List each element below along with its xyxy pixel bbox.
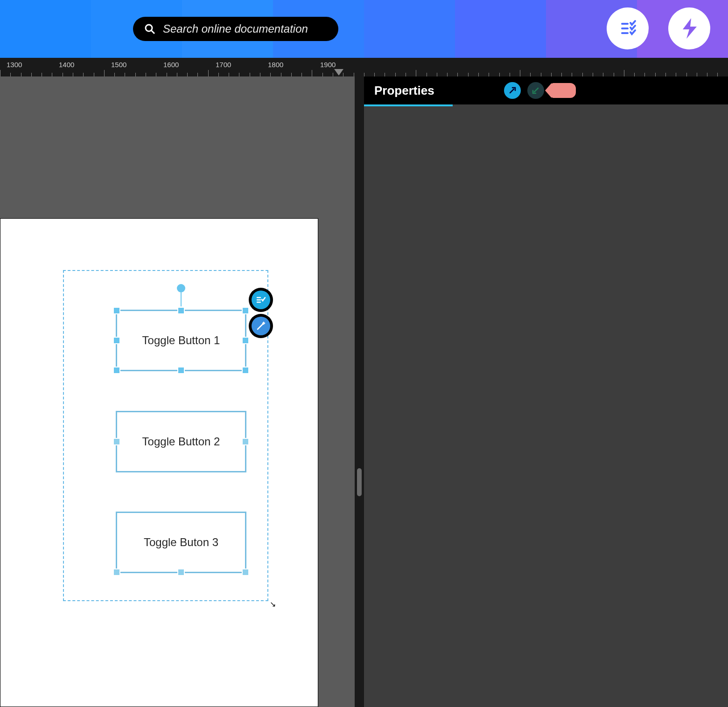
search-input[interactable]	[163, 22, 327, 35]
ruler-mark: 1800	[268, 61, 283, 69]
ruler-indicator-icon	[334, 69, 343, 76]
resize-handle[interactable]	[113, 438, 120, 445]
ruler-mark: 1500	[111, 61, 126, 69]
resize-handle[interactable]	[242, 367, 249, 374]
top-toolbar	[0, 0, 728, 58]
rotation-handle[interactable]	[181, 292, 182, 306]
vertical-scrollbar[interactable]	[355, 76, 364, 707]
ruler-mark: 1400	[59, 61, 74, 69]
canvas-viewport[interactable]: ↘ Toggle Button 1	[0, 76, 355, 707]
lightning-icon	[677, 16, 701, 41]
horizontal-ruler: 1300 1400 1500 1600 1700 1800 1900	[0, 58, 728, 76]
object-magic-button[interactable]	[249, 314, 273, 338]
list-check-icon	[256, 295, 266, 305]
ruler-mark: 1600	[163, 61, 179, 69]
svg-line-13	[534, 88, 538, 92]
svg-marker-5	[683, 18, 697, 39]
main-area: ↘ Toggle Button 1	[0, 76, 728, 707]
ruler-mark: 1700	[216, 61, 231, 69]
ruler-mark: 1300	[7, 61, 22, 69]
search-container[interactable]	[133, 17, 338, 41]
properties-body	[364, 106, 728, 707]
resize-handle[interactable]	[242, 337, 249, 344]
ruler-ticks	[0, 70, 728, 76]
pin-button[interactable]	[504, 82, 521, 99]
properties-header: Properties	[364, 76, 728, 104]
resize-handle[interactable]	[242, 568, 249, 576]
properties-tab[interactable]: Properties	[374, 83, 434, 98]
toggle-button-label: Toggle Button 2	[142, 435, 220, 448]
resize-cursor-icon: ↘	[270, 600, 276, 609]
resize-handle[interactable]	[177, 568, 185, 576]
resize-handle[interactable]	[242, 307, 249, 314]
toggle-button-label: Toggle Button 1	[142, 334, 220, 347]
wand-icon	[256, 321, 266, 331]
design-page[interactable]: ↘ Toggle Button 1	[0, 218, 318, 707]
resize-handle[interactable]	[242, 438, 249, 445]
resize-handle[interactable]	[177, 367, 185, 374]
svg-line-1	[151, 30, 154, 34]
toggle-button-3[interactable]: Toggle Buton 3	[116, 512, 246, 573]
checklist-icon	[616, 17, 639, 40]
checklist-button[interactable]	[607, 7, 649, 49]
unpin-icon	[531, 86, 540, 95]
svg-line-12	[510, 89, 514, 93]
svg-line-9	[258, 324, 263, 329]
object-options-button[interactable]	[249, 288, 273, 312]
resize-handle[interactable]	[177, 307, 185, 314]
resize-handle[interactable]	[113, 307, 120, 314]
resize-handle[interactable]	[113, 337, 120, 344]
scrollbar-thumb[interactable]	[357, 468, 362, 496]
search-icon	[144, 23, 155, 35]
pin-icon	[508, 86, 517, 95]
unpin-button[interactable]	[527, 82, 544, 99]
toggle-button-label: Toggle Buton 3	[144, 536, 218, 549]
toggle-button-2[interactable]: Toggle Button 2	[116, 411, 246, 472]
svg-point-0	[146, 25, 152, 31]
tag-button[interactable]	[551, 83, 576, 98]
resize-handle[interactable]	[113, 568, 120, 576]
lightning-button[interactable]	[668, 7, 710, 49]
toggle-button-1[interactable]: Toggle Button 1	[116, 310, 246, 371]
ruler-mark: 1900	[320, 61, 336, 69]
properties-panel: Properties	[364, 76, 728, 707]
resize-handle[interactable]	[113, 367, 120, 374]
